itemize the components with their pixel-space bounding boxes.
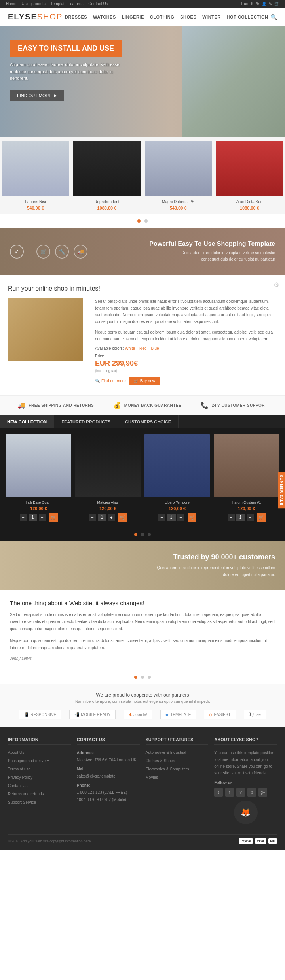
partners-section: We are proud to cooperate with our partn… xyxy=(0,684,285,727)
tab-new-collection[interactable]: New Collection xyxy=(0,415,54,428)
nav-clothing[interactable]: CLOTHING xyxy=(150,15,174,19)
edit-icon[interactable]: ✎ xyxy=(269,2,272,6)
currency-label: Euro € xyxy=(241,2,253,6)
footer-grid: Information About Us Packaging and deliv… xyxy=(8,737,277,826)
qty-minus-2[interactable]: − xyxy=(89,514,96,521)
dot-1[interactable] xyxy=(137,219,141,223)
collection-price-1: 120,00 € xyxy=(6,506,71,511)
collection-price-2: 120,00 € xyxy=(75,506,141,511)
collection-price-3: 120,00 € xyxy=(144,506,210,511)
product-item-3[interactable]: Magni Dolores L/S 540,00 € xyxy=(143,137,214,214)
footer-contact-us: Contact Us Address: Nice Ave. 76/I 6M 76… xyxy=(77,737,140,826)
add-cart-1[interactable]: 🛒 xyxy=(49,513,58,522)
nav-contact[interactable]: Contact Us xyxy=(88,2,108,6)
nav-winter[interactable]: WINTER xyxy=(202,15,220,19)
logo: ELYSESHOP xyxy=(8,12,63,21)
social-pinterest[interactable]: p xyxy=(247,788,256,797)
footer-contact[interactable]: Contact Us xyxy=(8,783,71,789)
social-facebook[interactable]: f xyxy=(225,788,234,797)
nav-watches[interactable]: WATCHES xyxy=(93,15,116,19)
footer-electronics[interactable]: Electronics & Computers xyxy=(146,766,209,772)
service-strip: 🚚 FREE SHIPPING AND RETURNS 💰 MONEY BACK… xyxy=(0,395,285,415)
coll-dot-1[interactable] xyxy=(134,533,137,536)
social-vimeo[interactable]: v xyxy=(236,788,245,797)
promo-banner: ✓ 🛒 🔧 🚚 Powerful Easy To Use Shopping Te… xyxy=(0,228,285,275)
color-blue[interactable]: Blue xyxy=(151,346,159,351)
footer-clothes[interactable]: Clothes & Shoes xyxy=(146,758,209,764)
find-out-more-button[interactable]: FIND OUT MORE ▶ xyxy=(10,90,64,101)
wrench-icon: 🔧 xyxy=(55,245,69,259)
collection-grid: Intili Esse Quam 120,00 € − 1 + 🛒 Matore… xyxy=(0,428,285,528)
footer-privacy[interactable]: Privacy Policy xyxy=(8,774,71,781)
nav-home[interactable]: Home xyxy=(6,2,17,6)
arrow-icon: ▶ xyxy=(54,94,57,98)
qty-controls-4: − 1 + 🛒 xyxy=(214,513,279,522)
product-item-4[interactable]: Vitae Dicta Sunt 1080,00 € xyxy=(214,137,285,214)
footer-support[interactable]: Support Service xyxy=(8,799,71,806)
footer-phone: Phone: 1 800 123 123 (CALL FREE) 1004 38… xyxy=(77,782,140,803)
nav-lingerie[interactable]: LINGERIE xyxy=(122,15,144,19)
color-red[interactable]: Red xyxy=(139,346,146,351)
search-icon[interactable]: 🔍 xyxy=(270,14,277,20)
qty-minus-3[interactable]: − xyxy=(158,514,165,521)
product-image-1 xyxy=(2,141,69,196)
collection-name-1: Intili Esse Quam xyxy=(6,500,71,504)
qty-value-1: 1 xyxy=(28,514,37,521)
add-cart-2[interactable]: 🛒 xyxy=(118,513,127,522)
fox-logo: 🦊 xyxy=(234,801,258,824)
product-image-4 xyxy=(216,141,283,196)
add-cart-4[interactable]: 🛒 xyxy=(257,513,266,522)
product-image-3 xyxy=(145,141,212,196)
nav-dresses[interactable]: DRESSES xyxy=(65,15,87,19)
tab-featured[interactable]: Featured Products xyxy=(54,415,118,428)
find-more-button[interactable]: 🔍 Find out more xyxy=(95,377,126,385)
side-sale-tab[interactable]: SUMMER SALE xyxy=(278,472,285,509)
nav-template[interactable]: Template Features xyxy=(51,2,84,6)
gear-icon[interactable]: ⚙ xyxy=(274,281,279,289)
cart-icon[interactable]: 🛒 xyxy=(274,2,279,6)
nav-shoes[interactable]: SHOES xyxy=(180,15,196,19)
truck-icon: 🚚 xyxy=(74,245,87,259)
partner-mobile[interactable]: 📲 MOBILE READY xyxy=(69,710,116,719)
user-icon[interactable]: 👤 xyxy=(262,2,266,6)
partner-template[interactable]: ◆ TEMPLATE xyxy=(160,710,196,719)
color-white[interactable]: White xyxy=(125,346,135,351)
coll-dot-3[interactable] xyxy=(148,533,151,536)
tab-customers[interactable]: Customers Choice xyxy=(118,415,179,428)
footer-movies[interactable]: Movies xyxy=(146,774,209,781)
qty-minus-1[interactable]: − xyxy=(20,514,27,521)
partner-joomla[interactable]: ✱ Joomla! xyxy=(124,710,152,719)
qty-value-4: 1 xyxy=(236,514,245,521)
qty-plus-3[interactable]: + xyxy=(177,514,184,521)
dot-2[interactable] xyxy=(144,219,148,223)
qty-plus-1[interactable]: + xyxy=(39,514,46,521)
footer-about[interactable]: About Us xyxy=(8,750,71,756)
buy-now-button[interactable]: 🛒 Buy now xyxy=(129,377,160,385)
coll-dot-2[interactable] xyxy=(141,533,144,536)
footer-returns[interactable]: Returns and refunds xyxy=(8,791,71,797)
social-gplus[interactable]: g+ xyxy=(258,788,267,797)
social-twitter[interactable]: t xyxy=(214,788,223,797)
footer-automotive[interactable]: Automotive & Industrial xyxy=(146,750,209,756)
product-item-2[interactable]: Reprehenderit 1080,00 € xyxy=(71,137,142,214)
nav-hot[interactable]: HOT COLLECTION xyxy=(227,15,268,19)
test-dot-3[interactable] xyxy=(148,676,151,679)
nav-joomla[interactable]: Using Joomla xyxy=(21,2,46,6)
partner-easiest[interactable]: ◇ EASIEST xyxy=(204,710,236,719)
test-dot-1[interactable] xyxy=(134,676,137,679)
test-dot-2[interactable] xyxy=(141,676,144,679)
partner-juse[interactable]: Ĵ j!use xyxy=(244,710,266,719)
footer-about-title: About Elyse Shop xyxy=(214,737,277,745)
footer-terms[interactable]: Terms of use xyxy=(8,766,71,772)
qty-plus-4[interactable]: + xyxy=(247,514,254,521)
refresh-icon[interactable]: ↻ xyxy=(256,2,259,6)
partner-responsive[interactable]: 📱 RESPONSIVE xyxy=(19,710,61,719)
footer-packaging[interactable]: Packaging and delivery xyxy=(8,758,71,764)
service-support: 📞 24/7 CUSTOMER SUPPORT xyxy=(201,402,268,409)
qty-minus-4[interactable]: − xyxy=(228,514,235,521)
add-cart-3[interactable]: 🛒 xyxy=(188,513,196,522)
social-links: t f v p g+ xyxy=(214,788,277,797)
product-item-1[interactable]: Laboris Nisi 540,00 € xyxy=(0,137,71,214)
qty-plus-2[interactable]: + xyxy=(108,514,115,521)
footer-info-title: Information xyxy=(8,737,71,745)
